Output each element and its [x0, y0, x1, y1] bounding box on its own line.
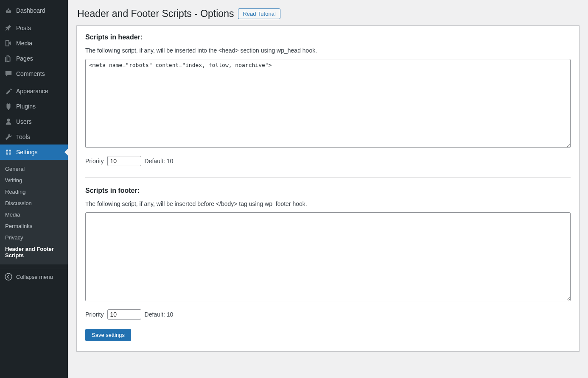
sidebar-item-posts[interactable]: Posts — [0, 20, 68, 36]
footer-priority-row: Priority Default: 10 — [85, 309, 571, 320]
sidebar-item-appearance[interactable]: Appearance — [0, 83, 68, 99]
sidebar-item-label: Posts — [16, 25, 31, 31]
settings-submenu: General Writing Reading Discussion Media… — [0, 160, 68, 264]
pin-icon — [4, 24, 13, 32]
header-priority-label: Priority — [85, 158, 104, 164]
page-title: Header and Footer Scripts - Options — [77, 8, 234, 19]
header-priority-row: Priority Default: 10 — [85, 156, 571, 166]
sidebar-item-label: Appearance — [16, 88, 48, 94]
page-header: Header and Footer Scripts - Options Read… — [76, 4, 580, 25]
admin-sidebar: Dashboard Posts Media Pages Comments App… — [0, 0, 68, 378]
submenu-item-permalinks[interactable]: Permalinks — [0, 220, 68, 232]
sidebar-item-label: Dashboard — [16, 7, 45, 14]
header-scripts-title: Scripts in header: — [85, 33, 571, 41]
section-divider — [85, 177, 571, 178]
sidebar-item-settings[interactable]: Settings — [0, 145, 68, 160]
submenu-item-privacy[interactable]: Privacy — [0, 232, 68, 243]
collapse-menu-label: Collapse menu — [16, 274, 53, 280]
save-settings-button[interactable]: Save settings — [85, 329, 131, 341]
submenu-item-general[interactable]: General — [0, 163, 68, 175]
footer-priority-input[interactable] — [107, 309, 141, 320]
sidebar-item-tools[interactable]: Tools — [0, 129, 68, 145]
header-scripts-desc: The following script, if any, will be in… — [85, 47, 571, 54]
sidebar-item-label: Settings — [16, 149, 38, 156]
comments-icon — [4, 69, 13, 78]
sidebar-item-label: Pages — [16, 55, 33, 62]
footer-priority-label: Priority — [85, 311, 104, 318]
sidebar-item-users[interactable]: Users — [0, 114, 68, 129]
dashboard-icon — [4, 6, 13, 15]
users-icon — [4, 117, 13, 126]
sidebar-item-label: Users — [16, 118, 32, 125]
appearance-icon — [4, 87, 13, 95]
sidebar-item-label: Plugins — [16, 103, 36, 110]
sidebar-item-label: Media — [16, 40, 32, 47]
submenu-item-media[interactable]: Media — [0, 209, 68, 220]
plugin-icon — [4, 102, 13, 111]
submenu-item-writing[interactable]: Writing — [0, 175, 68, 186]
settings-icon — [4, 148, 13, 156]
read-tutorial-button[interactable]: Read Tutorial — [238, 8, 280, 19]
footer-priority-default: Default: 10 — [145, 311, 174, 318]
submenu-item-header-footer-scripts[interactable]: Header and Footer Scripts — [0, 243, 68, 261]
sidebar-item-comments[interactable]: Comments — [0, 66, 68, 81]
submenu-item-reading[interactable]: Reading — [0, 186, 68, 197]
submenu-item-discussion[interactable]: Discussion — [0, 197, 68, 209]
main-content: Header and Footer Scripts - Options Read… — [68, 0, 588, 378]
header-scripts-textarea[interactable] — [85, 59, 571, 148]
footer-scripts-title: Scripts in footer: — [85, 187, 571, 195]
sidebar-item-label: Tools — [16, 133, 30, 140]
collapse-icon — [4, 272, 13, 281]
collapse-menu-button[interactable]: Collapse menu — [0, 269, 68, 284]
sidebar-item-media[interactable]: Media — [0, 36, 68, 51]
footer-scripts-desc: The following script, if any, will be in… — [85, 200, 571, 207]
header-priority-default: Default: 10 — [145, 158, 174, 164]
pages-icon — [4, 54, 13, 63]
media-icon — [4, 39, 13, 47]
sidebar-item-dashboard[interactable]: Dashboard — [0, 3, 68, 18]
header-priority-input[interactable] — [107, 156, 141, 166]
sidebar-item-pages[interactable]: Pages — [0, 51, 68, 66]
tools-icon — [4, 133, 13, 141]
footer-scripts-textarea[interactable] — [85, 212, 571, 301]
settings-panel: Scripts in header: The following script,… — [76, 25, 580, 352]
svg-point-0 — [5, 273, 12, 280]
sidebar-item-label: Comments — [16, 70, 45, 77]
sidebar-item-plugins[interactable]: Plugins — [0, 99, 68, 114]
